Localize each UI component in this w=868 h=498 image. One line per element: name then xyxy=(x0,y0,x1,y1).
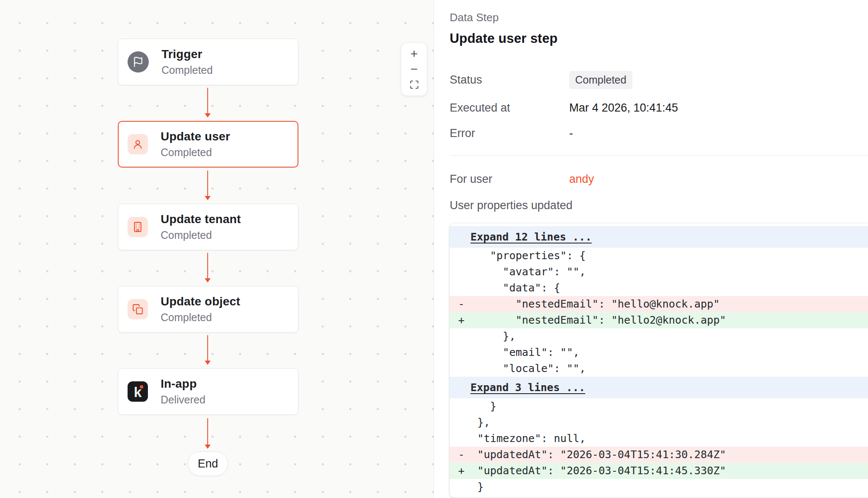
knock-logo: k xyxy=(128,381,148,402)
user-icon xyxy=(128,134,148,154)
diff-line: "email": "", xyxy=(450,344,868,361)
diff-line: "data": { xyxy=(450,280,868,296)
field-status: Status Completed xyxy=(450,71,868,89)
end-label: End xyxy=(198,457,218,470)
node-status: Completed xyxy=(161,64,213,76)
flow-arrow xyxy=(207,88,208,113)
flow-arrow xyxy=(207,171,208,196)
node-status: Completed xyxy=(161,229,241,241)
fullscreen-icon[interactable] xyxy=(404,77,424,92)
field-label: For user xyxy=(450,173,569,186)
field-label: Error xyxy=(450,127,569,140)
expand-band-top: Expand 12 lines ... xyxy=(450,226,868,248)
diff-line-added: + "nestedEmail": "hello2@knock.app" xyxy=(450,312,868,328)
field-label: Executed at xyxy=(450,101,569,115)
node-title: Update tenant xyxy=(161,213,241,226)
diff-line: } xyxy=(450,479,868,495)
diff-line: }, xyxy=(450,414,868,431)
expand-top-link[interactable]: Expand 12 lines ... xyxy=(470,231,592,243)
section-divider xyxy=(450,155,868,156)
node-trigger[interactable]: Trigger Completed xyxy=(118,39,298,85)
node-title: Trigger xyxy=(161,48,213,61)
knock-logo-dot xyxy=(140,385,143,389)
field-for-user: For user andy xyxy=(450,173,868,186)
node-status: Delivered xyxy=(161,394,206,406)
node-end[interactable]: End xyxy=(188,451,228,476)
flow-arrow xyxy=(207,418,208,445)
node-title: In-app xyxy=(161,377,206,391)
field-executed-at: Executed at Mar 4 2026, 10:41:45 xyxy=(450,101,868,115)
diff-line-added: + "updatedAt": "2026-03-04T15:41:45.330Z… xyxy=(450,463,868,479)
diff-line: "timezone": null, xyxy=(450,431,868,447)
diff-line: }, xyxy=(450,328,868,344)
node-title: Update object xyxy=(161,295,240,308)
expand-band-mid: Expand 3 lines ... xyxy=(450,377,868,398)
properties-diff-viewer: Expand 12 lines ... "properties": { "ava… xyxy=(450,224,868,498)
diff-line: } xyxy=(450,398,868,414)
expand-mid-link[interactable]: Expand 3 lines ... xyxy=(470,381,585,394)
status-badge: Completed xyxy=(569,71,632,89)
node-status: Completed xyxy=(161,311,240,324)
zoom-out-button[interactable]: − xyxy=(404,62,424,77)
node-status: Completed xyxy=(161,146,230,159)
diff-line: "properties": { xyxy=(450,248,868,264)
diff-line: "avatar": "", xyxy=(450,264,868,280)
node-update-object[interactable]: Update object Completed xyxy=(118,286,298,333)
node-in-app[interactable]: k In-app Delivered xyxy=(118,368,298,415)
node-update-user[interactable]: Update user Completed xyxy=(118,121,298,168)
building-icon xyxy=(128,217,148,237)
step-details-panel: Data Step Update user step Status Comple… xyxy=(434,0,868,498)
flow-arrow xyxy=(207,253,208,278)
copy-icon xyxy=(128,299,148,319)
flag-icon xyxy=(128,51,149,73)
field-value: Mar 4 2026, 10:41:45 xyxy=(569,101,678,115)
field-label: Status xyxy=(450,73,569,87)
field-value: - xyxy=(569,127,573,140)
user-link[interactable]: andy xyxy=(569,173,594,186)
diff-line-removed: - "nestedEmail": "hello@knock.app" xyxy=(450,296,868,312)
page-title: Update user step xyxy=(450,31,868,46)
step-type-label: Data Step xyxy=(450,11,868,24)
diff-line: "locale": "", xyxy=(450,361,868,377)
diff-section-label: User properties updated xyxy=(450,199,868,212)
workflow-canvas: Trigger Completed Update user Completed … xyxy=(0,0,434,498)
step-fields: Status Completed Executed at Mar 4 2026,… xyxy=(450,71,868,140)
node-title: Update user xyxy=(161,130,230,143)
node-update-tenant[interactable]: Update tenant Completed xyxy=(118,204,298,250)
diff-line-removed: - "updatedAt": "2026-03-04T15:41:30.284Z… xyxy=(450,447,868,463)
zoom-toolbar: + − xyxy=(401,42,427,96)
zoom-in-button[interactable]: + xyxy=(404,46,424,62)
flow-arrow xyxy=(207,335,208,361)
field-error: Error - xyxy=(450,127,868,140)
